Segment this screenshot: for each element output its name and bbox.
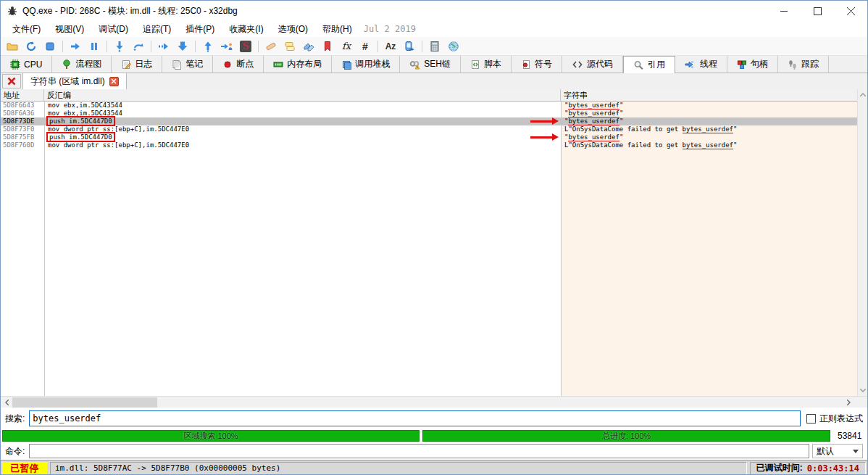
scroll-down-icon[interactable] (858, 385, 867, 396)
menu-trace[interactable]: 追踪(T) (135, 22, 178, 37)
debug-time-value: 0:03:43:14 (807, 463, 859, 474)
menu-help[interactable]: 帮助(H) (315, 22, 359, 37)
stop-icon (44, 41, 56, 52)
hash-button[interactable]: # (356, 38, 374, 54)
execute-till-return-button[interactable] (174, 38, 191, 54)
menu-view[interactable]: 视图(V) (48, 22, 91, 37)
comments-button[interactable] (281, 38, 299, 54)
tab-log[interactable]: 日志 (112, 56, 162, 73)
menu-options[interactable]: 选项(O) (271, 22, 315, 37)
table-row[interactable]: 5D8F6643mov ebx,im.5DC43544"bytes_userde… (1, 102, 859, 110)
minimize-button[interactable] (767, 1, 801, 21)
tab-seh[interactable]: SEH链 (400, 56, 461, 73)
vertical-scrollbar[interactable] (857, 89, 867, 396)
tab-script[interactable]: 脚本 (461, 56, 512, 73)
magnifier-icon (633, 60, 644, 70)
table-row[interactable]: 5D8F760Dmov dword ptr ss:[ebp+C],im.5DC4… (1, 141, 859, 149)
tab-memory-map[interactable]: 内存布局 (264, 56, 332, 73)
bookmarks-button[interactable] (319, 38, 336, 54)
tab-graph[interactable]: 流程图 (52, 56, 112, 73)
menu-debug[interactable]: 调试(D) (91, 22, 135, 37)
table-row[interactable]: 5D8F73DEpush im.5DC447D0"bytes_userdef" (1, 117, 859, 125)
attach-button[interactable] (401, 38, 418, 54)
close-all-tabs-button[interactable] (2, 74, 21, 88)
stop-button[interactable] (41, 38, 59, 54)
tab-trace[interactable]: 跟踪 (778, 56, 829, 73)
tab-notes[interactable]: 笔记 (162, 56, 213, 73)
table-body: 5D8F6643mov ebx,im.5DC43544"bytes_userde… (1, 102, 859, 396)
column-header-disassembly[interactable]: 反汇编 (44, 89, 561, 101)
tab-label: 引用 (648, 59, 665, 71)
menu-favourites[interactable]: 收藏夹(I) (222, 22, 270, 37)
scroll-up-icon[interactable] (858, 89, 867, 100)
tab-call-stack[interactable]: 调用堆栈 (332, 56, 400, 73)
toolbar-separator (62, 41, 63, 52)
run-arrow-icon (70, 41, 81, 52)
step-into-button[interactable] (111, 38, 128, 54)
scroll-left-icon[interactable] (1, 397, 12, 408)
toolbar: S fx # Az (1, 37, 867, 56)
step-over-button[interactable] (130, 38, 147, 54)
red-annotation-arrow-icon (530, 136, 552, 139)
toolbar-separator (422, 41, 422, 52)
row-address: 5D8F6643 (1, 102, 44, 110)
table-row[interactable]: 5D8F75FBpush im.5DC447D0"bytes_userdef" (1, 133, 859, 141)
subtab-strings[interactable]: 字符串 (区域 im.dll) (22, 73, 127, 89)
animate-button[interactable]: S (237, 38, 254, 54)
tab-handles[interactable]: 句柄 (727, 56, 778, 73)
source-brackets-icon (572, 59, 583, 70)
table-row[interactable]: 5D8F73F0mov dword ptr ss:[ebp+C],im.5DC4… (1, 125, 859, 133)
red-annotation-arrow-icon (530, 120, 552, 123)
functions-button[interactable]: fx (338, 38, 355, 54)
trace-into-button[interactable] (155, 38, 172, 54)
row-string: L"OnSysDataCome failed to get bytes_user… (561, 125, 859, 133)
regex-checkbox[interactable] (806, 414, 816, 424)
case-button[interactable]: Az (382, 38, 399, 54)
debug-time-panel: 已调试时间: 0:03:43:14 (750, 462, 866, 475)
tab-cpu[interactable]: CPU (1, 56, 52, 73)
run-button[interactable] (67, 38, 84, 54)
close-button[interactable] (834, 1, 867, 21)
table-row[interactable]: 5D8F6A36mov ebx,im.5DC43544"bytes_userde… (1, 110, 859, 117)
horizontal-scrollbar[interactable] (1, 396, 867, 408)
menu-file[interactable]: 文件(F) (5, 22, 48, 37)
preferences-button[interactable] (445, 38, 462, 54)
command-input[interactable] (29, 444, 809, 458)
result-count: 53841 (838, 431, 861, 441)
tab-references[interactable]: 引用 (623, 56, 675, 73)
subtab-close-button[interactable] (109, 77, 119, 86)
tab-source[interactable]: 源代码 (562, 56, 623, 73)
tab-threads[interactable]: 线程 (675, 56, 727, 73)
maximize-button[interactable] (801, 1, 834, 21)
tab-breakpoints[interactable]: 断点 (213, 56, 264, 73)
close-all-x-icon (7, 77, 16, 86)
labels-button[interactable] (300, 38, 317, 54)
open-file-button[interactable] (4, 38, 21, 54)
row-disassembly: push im.5DC447D0 (44, 133, 561, 141)
step-out-button[interactable] (199, 38, 217, 54)
row-address: 5D8F6A36 (1, 110, 44, 117)
tab-symbols[interactable]: 符号 (512, 56, 562, 73)
patches-button[interactable] (262, 38, 280, 54)
scrollbar-thumb[interactable] (12, 397, 157, 408)
tab-label: 调用堆栈 (355, 58, 390, 70)
pause-button[interactable] (85, 38, 103, 54)
row-string: "bytes_userdef" (561, 102, 859, 110)
calculator-button[interactable] (426, 38, 443, 54)
search-input[interactable] (29, 410, 801, 426)
command-label: 命令: (5, 445, 25, 458)
column-header-address[interactable]: 地址 (1, 89, 44, 101)
menu-plugins[interactable]: 插件(P) (178, 22, 222, 37)
labels-icon (303, 41, 314, 52)
profile-dropdown[interactable]: 默认 (812, 444, 863, 458)
up-arrow-icon (202, 41, 214, 52)
restart-button[interactable] (22, 38, 40, 54)
run-to-user-code-button[interactable] (218, 38, 235, 54)
case-icon: Az (385, 41, 396, 51)
search-match-highlight: bytes_userdef (683, 125, 733, 133)
column-header-string[interactable]: 字符串 (561, 89, 859, 101)
tab-label: 符号 (535, 58, 552, 70)
scroll-right-icon[interactable] (843, 397, 854, 408)
footprints-icon (788, 59, 798, 70)
call-stack-icon (341, 59, 351, 70)
